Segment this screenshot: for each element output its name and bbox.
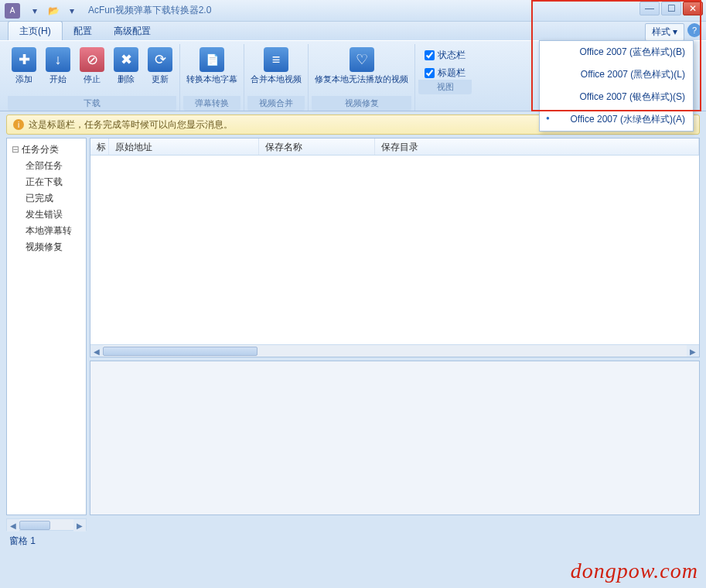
group-view: 状态栏 标题栏 视图 xyxy=(415,44,475,111)
list-body xyxy=(90,156,699,344)
tab-advanced[interactable]: 高级配置 xyxy=(103,22,162,40)
delete-button[interactable]: 删除 xyxy=(110,46,142,87)
scroll-thumb[interactable] xyxy=(19,521,50,530)
start-icon xyxy=(46,47,70,72)
group-label-convert: 弹幕转换 xyxy=(183,96,240,111)
tree-item-error[interactable]: 发生错误 xyxy=(19,207,84,223)
status-bar: 窗格 1 xyxy=(6,532,700,549)
delete-icon xyxy=(114,47,138,72)
qat-open-icon[interactable]: 📂 xyxy=(45,3,62,19)
style-item-black[interactable]: Office 2007 (黑色样式)(L) xyxy=(540,63,693,86)
merge-button[interactable]: 合并本地视频 xyxy=(247,46,305,87)
main-area: 任务分类 全部任务 正在下载 已完成 发生错误 本地弹幕转 视频修复 标 原始地… xyxy=(6,138,700,515)
stop-icon xyxy=(80,47,104,72)
list-hscrollbar[interactable]: ◀ ▶ xyxy=(90,344,699,357)
detail-panel xyxy=(90,361,700,515)
group-label-view: 视图 xyxy=(418,80,472,94)
qat-divider: ▾ xyxy=(63,3,80,19)
scroll-left-icon[interactable]: ◀ xyxy=(90,345,103,357)
list-header: 标 原始地址 保存名称 保存目录 xyxy=(90,138,699,156)
group-label-fix: 视频修复 xyxy=(312,96,411,111)
window-title: AcFun视频弹幕下载转换器2.0 xyxy=(88,4,211,17)
col-dir[interactable]: 保存目录 xyxy=(375,138,699,155)
group-label-merge: 视频合并 xyxy=(247,96,305,111)
style-item-blue[interactable]: Office 2007 (蓝色样式)(B) xyxy=(540,41,693,63)
checkbox-statusbar-input[interactable] xyxy=(425,50,435,60)
fix-icon xyxy=(350,47,374,72)
scroll-right-icon[interactable]: ▶ xyxy=(73,519,86,532)
help-button[interactable]: ? xyxy=(687,23,701,37)
group-download: 添加 开始 停止 删除 更新 下载 xyxy=(5,44,180,111)
status-text: 窗格 1 xyxy=(9,535,36,546)
group-merge: 合并本地视频 视频合并 xyxy=(244,44,309,111)
style-item-aqua[interactable]: Office 2007 (水绿色样式)(A) xyxy=(540,108,693,131)
menubar: 主页(H) 配置 高级配置 样式 ▾ ? xyxy=(0,22,706,40)
convert-button[interactable]: 转换本地字幕 xyxy=(183,46,240,87)
info-text: 这是标题栏，任务完成等时候可以向您显示消息。 xyxy=(29,118,233,132)
qat-dropdown[interactable]: ▾ xyxy=(26,3,43,19)
scroll-thumb[interactable] xyxy=(103,347,258,356)
convert-icon xyxy=(200,47,224,72)
sidebar: 任务分类 全部任务 正在下载 已完成 发生错误 本地弹幕转 视频修复 xyxy=(6,138,87,515)
style-dropdown-button[interactable]: 样式 ▾ xyxy=(645,23,684,41)
tab-home[interactable]: 主页(H) xyxy=(8,21,63,40)
titlebar: A ▾ 📂 ▾ AcFun视频弹幕下载转换器2.0 — ☐ ✕ xyxy=(0,0,706,22)
col-name[interactable]: 保存名称 xyxy=(259,138,375,155)
maximize-button[interactable]: ☐ xyxy=(661,2,681,15)
scroll-right-icon[interactable]: ▶ xyxy=(687,345,699,357)
tree-root-node[interactable]: 任务分类 xyxy=(9,142,84,158)
style-item-silver[interactable]: Office 2007 (银色样式)(S) xyxy=(540,86,693,108)
col-url[interactable]: 原始地址 xyxy=(109,138,259,155)
checkbox-titlebar[interactable]: 标题栏 xyxy=(425,67,466,80)
start-button[interactable]: 开始 xyxy=(42,46,74,87)
refresh-button[interactable]: 更新 xyxy=(144,46,176,87)
info-icon: i xyxy=(13,119,24,130)
group-fix: 修复本地无法播放的视频 视频修复 xyxy=(309,44,415,111)
task-list: 标 原始地址 保存名称 保存目录 ◀ ▶ xyxy=(90,138,700,357)
tab-config[interactable]: 配置 xyxy=(63,22,103,40)
app-icon: A xyxy=(5,3,20,19)
add-icon xyxy=(12,47,36,72)
refresh-icon xyxy=(148,47,172,72)
tree-item-completed[interactable]: 已完成 xyxy=(19,190,84,207)
group-label-download: 下载 xyxy=(8,96,176,111)
add-button[interactable]: 添加 xyxy=(8,46,40,87)
fix-button[interactable]: 修复本地无法播放的视频 xyxy=(312,46,411,87)
sidebar-hscrollbar[interactable]: ◀ ▶ xyxy=(6,518,87,531)
style-popup: Office 2007 (蓝色样式)(B) Office 2007 (黑色样式)… xyxy=(539,40,694,132)
scroll-left-icon[interactable]: ◀ xyxy=(7,519,19,532)
tree-item-local[interactable]: 本地弹幕转 xyxy=(19,223,84,239)
minimize-button[interactable]: — xyxy=(639,2,660,15)
stop-button[interactable]: 停止 xyxy=(76,46,108,87)
checkbox-titlebar-input[interactable] xyxy=(425,68,435,78)
group-convert: 转换本地字幕 弹幕转换 xyxy=(180,44,244,111)
merge-icon xyxy=(264,47,288,72)
tree-item-downloading[interactable]: 正在下载 xyxy=(19,174,84,190)
tree-item-all[interactable]: 全部任务 xyxy=(19,158,84,174)
close-button[interactable]: ✕ xyxy=(683,2,703,15)
checkbox-statusbar[interactable]: 状态栏 xyxy=(425,49,466,62)
watermark: dongpow.com xyxy=(571,559,698,583)
col-flag[interactable]: 标 xyxy=(90,138,109,155)
tree-item-fix[interactable]: 视频修复 xyxy=(19,239,84,255)
